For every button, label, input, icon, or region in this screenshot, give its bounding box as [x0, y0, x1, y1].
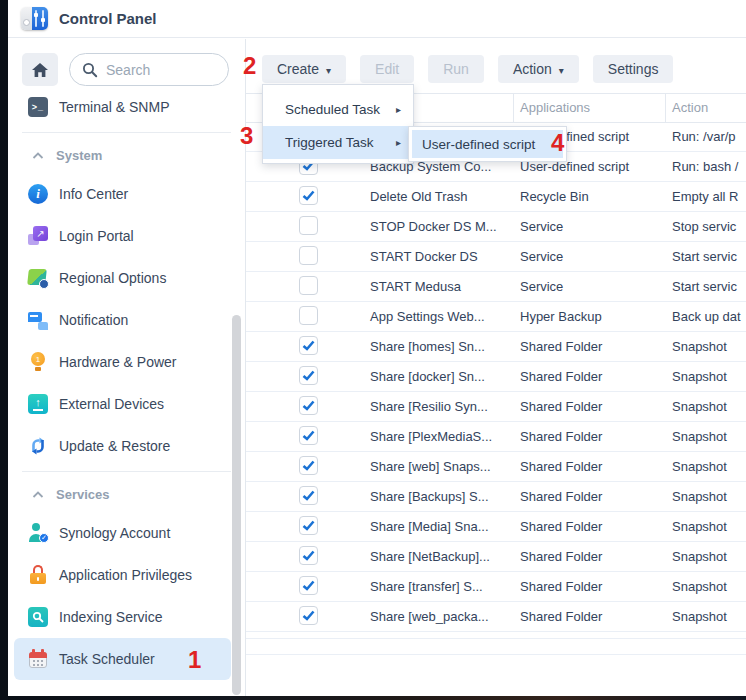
- row-checkbox[interactable]: [299, 306, 318, 325]
- search-icon: [82, 62, 98, 78]
- row-checkbox[interactable]: [299, 426, 318, 445]
- cell-action: Snapshot: [672, 422, 727, 451]
- cell-application: Recycle Bin: [520, 182, 589, 211]
- triggered-task-submenu: User-defined script: [408, 126, 567, 162]
- cell-action: Snapshot: [672, 482, 727, 511]
- column-header-applications[interactable]: Applications: [520, 94, 590, 122]
- cell-task-name: Share [transfer] S...: [370, 572, 483, 601]
- checkmark-icon: [302, 370, 315, 381]
- cell-application: Shared Folder: [520, 392, 602, 421]
- sidebar-item-notification[interactable]: Notification: [14, 299, 231, 341]
- row-checkbox[interactable]: [299, 576, 318, 595]
- row-checkbox[interactable]: [299, 396, 318, 415]
- table-row[interactable]: Delete Old TrashRecycle BinEmpty all R: [246, 182, 746, 212]
- table-row[interactable]: Share [NetBackup]...Shared FolderSnapsho…: [246, 542, 746, 572]
- cell-application: Shared Folder: [520, 422, 602, 451]
- table-row[interactable]: Share [transfer] S...Shared FolderSnapsh…: [246, 572, 746, 602]
- cell-task-name: Share [web_packa...: [370, 602, 489, 631]
- row-checkbox[interactable]: [299, 276, 318, 295]
- action-button-label: Action: [513, 61, 552, 77]
- row-checkbox[interactable]: [299, 546, 318, 565]
- row-checkbox[interactable]: [299, 186, 318, 205]
- annotation-1: 1: [188, 648, 201, 672]
- table-row[interactable]: App Settings Web...Hyper BackupBack up d…: [246, 302, 746, 332]
- cell-task-name: Share [homes] Sn...: [370, 332, 485, 361]
- sidebar-section-services[interactable]: Services: [8, 476, 245, 512]
- task-scheduler-icon: [28, 649, 48, 669]
- edit-button: Edit: [360, 55, 414, 83]
- info-icon: i: [28, 184, 48, 204]
- table-row[interactable]: Share [web_packa...Shared FolderSnapshot: [246, 602, 746, 632]
- annotation-4: 4: [551, 131, 564, 155]
- cell-task-name: Share [docker] Sn...: [370, 362, 485, 391]
- settings-button[interactable]: Settings: [593, 55, 674, 83]
- row-checkbox[interactable]: [299, 486, 318, 505]
- checkmark-icon: [302, 430, 315, 441]
- row-checkbox[interactable]: [299, 516, 318, 535]
- sidebar-section-system[interactable]: System: [8, 137, 245, 173]
- submenu-arrow-icon: ▸: [396, 104, 401, 115]
- settings-button-label: Settings: [608, 61, 659, 77]
- submenu-arrow-icon: ▸: [396, 137, 401, 148]
- menu-item-triggered-task[interactable]: Triggered Task▸: [263, 126, 413, 159]
- sidebar-item-regional-options[interactable]: Regional Options: [14, 257, 231, 299]
- home-button[interactable]: [22, 53, 58, 86]
- create-button[interactable]: Create▾: [262, 55, 346, 83]
- search-placeholder: Search: [106, 62, 150, 78]
- synology-account-icon: ✓: [28, 523, 48, 543]
- checkmark-icon: [302, 520, 315, 531]
- sidebar-item-synology-account[interactable]: ✓Synology Account: [14, 512, 231, 554]
- table-row[interactable]: Share [PlexMediaS...Shared FolderSnapsho…: [246, 422, 746, 452]
- table-row[interactable]: START Docker DSServiceStart servic: [246, 242, 746, 272]
- search-input[interactable]: Search: [69, 53, 229, 86]
- submenu-item-user-defined-script[interactable]: User-defined script: [412, 130, 563, 158]
- row-checkbox[interactable]: [299, 456, 318, 475]
- row-checkbox[interactable]: [299, 246, 318, 265]
- sidebar-item-label: Application Privileges: [59, 567, 192, 583]
- sidebar-item-external-devices[interactable]: ↑External Devices: [14, 383, 231, 425]
- row-checkbox[interactable]: [299, 336, 318, 355]
- action-button[interactable]: Action▾: [498, 55, 579, 83]
- table-row[interactable]: Share [Backups] S...Shared FolderSnapsho…: [246, 482, 746, 512]
- sidebar-divider: [22, 132, 231, 133]
- sidebar-item-label: Update & Restore: [59, 438, 170, 454]
- home-icon: [31, 62, 49, 78]
- cell-action: Snapshot: [672, 512, 727, 541]
- table-row[interactable]: Share [Media] Sna...Shared FolderSnapsho…: [246, 512, 746, 542]
- table-row[interactable]: Share [homes] Sn...Shared FolderSnapshot: [246, 332, 746, 362]
- sidebar-nav: >_Terminal & SNMPSystemiInfo Center↗Logi…: [8, 86, 245, 680]
- row-checkbox[interactable]: [299, 606, 318, 625]
- create-button-label: Create: [277, 61, 319, 77]
- cell-action: Run: /var/p: [672, 122, 736, 151]
- row-checkbox[interactable]: [299, 366, 318, 385]
- cell-application: Shared Folder: [520, 362, 602, 391]
- sidebar-item-indexing-service[interactable]: Indexing Service: [14, 596, 231, 638]
- sidebar-item-info-center[interactable]: iInfo Center: [14, 173, 231, 215]
- table-row[interactable]: STOP Docker DS M...ServiceStop servic: [246, 212, 746, 242]
- update-restore-icon: [28, 436, 48, 456]
- table-row[interactable]: Share [docker] Sn...Shared FolderSnapsho…: [246, 362, 746, 392]
- sidebar-scrollbar[interactable]: [232, 315, 241, 695]
- cell-task-name: Share [web] Snaps...: [370, 452, 491, 481]
- cell-action: Snapshot: [672, 572, 727, 601]
- sidebar-item-terminal-snmp[interactable]: >_Terminal & SNMP: [14, 86, 231, 128]
- login-portal-icon: ↗: [28, 226, 48, 246]
- cell-application: Shared Folder: [520, 332, 602, 361]
- table-row[interactable]: START MedusaServiceStart servic: [246, 272, 746, 302]
- empty-row-line: [246, 638, 746, 639]
- sidebar-item-login-portal[interactable]: ↗Login Portal: [14, 215, 231, 257]
- cell-application: Shared Folder: [520, 512, 602, 541]
- column-header-action[interactable]: Action: [672, 94, 708, 122]
- table-row[interactable]: Share [web] Snaps...Shared FolderSnapsho…: [246, 452, 746, 482]
- sidebar-item-update-restore[interactable]: Update & Restore: [14, 425, 231, 467]
- table-row[interactable]: Share [Resilio Syn...Shared FolderSnapsh…: [246, 392, 746, 422]
- row-checkbox[interactable]: [299, 216, 318, 235]
- sidebar-item-hardware-power[interactable]: 1Hardware & Power: [14, 341, 231, 383]
- hardware-power-icon: 1: [28, 352, 48, 372]
- menu-item-scheduled-task[interactable]: Scheduled Task▸: [263, 93, 413, 126]
- sidebar-item-application-privileges[interactable]: Application Privileges: [14, 554, 231, 596]
- annotation-3: 3: [240, 124, 253, 148]
- cell-task-name: Share [NetBackup]...: [370, 542, 490, 571]
- titlebar: Control Panel: [8, 0, 746, 38]
- run-button: Run: [428, 55, 484, 83]
